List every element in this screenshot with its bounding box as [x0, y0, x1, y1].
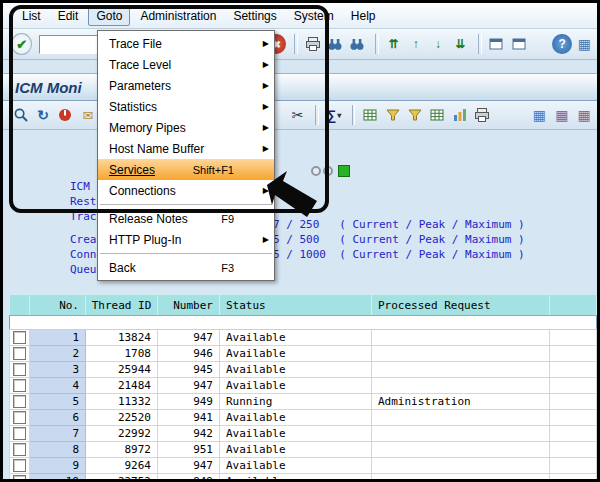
find-icon[interactable] — [326, 34, 345, 54]
message-icon[interactable]: ✉ — [78, 105, 97, 125]
menubar-item-system[interactable]: System — [287, 7, 341, 25]
menu-item-label: Trace Level — [109, 58, 171, 72]
cell-status: Available — [220, 442, 372, 458]
new-session-icon[interactable] — [487, 34, 506, 54]
cell-number: 949 — [158, 394, 220, 410]
cell-status: Available — [220, 378, 372, 394]
table-view-icon[interactable] — [428, 105, 447, 125]
header-processed-request[interactable]: Processed Request — [372, 295, 550, 316]
cut-icon[interactable]: ✂ — [288, 105, 307, 125]
cell-number: 951 — [158, 442, 220, 458]
header-thread-id[interactable]: Thread ID — [86, 295, 158, 316]
grid-settings-icon[interactable]: ▦ — [575, 105, 594, 125]
titlebar: ICM Moni — [3, 73, 597, 101]
row-checkbox[interactable] — [13, 363, 26, 376]
menubar-item-goto[interactable]: Goto — [88, 6, 130, 26]
cell-no: 4 — [30, 378, 86, 394]
status-value: 5 / 500 ( Current / Peak / Maximum ) — [273, 232, 525, 247]
previous-page-icon[interactable]: ↑ — [406, 34, 425, 54]
sum-icon[interactable]: ∑▾ — [324, 105, 343, 125]
page-title: ICM Moni — [15, 79, 82, 96]
layout-menu-icon[interactable]: ▦ — [575, 34, 594, 54]
last-page-icon[interactable]: ⇊ — [451, 34, 470, 54]
menubar-item-list[interactable]: List — [15, 7, 48, 25]
header-status[interactable]: Status — [220, 295, 372, 316]
row-checkbox[interactable] — [13, 411, 26, 424]
export-spreadsheet-icon[interactable] — [360, 105, 379, 125]
print-icon[interactable] — [303, 34, 322, 54]
row-select-cell — [10, 426, 30, 442]
header-filler — [550, 295, 597, 316]
cell-request — [372, 330, 550, 346]
cell-status: Available — [220, 346, 372, 362]
cell-number: 946 — [158, 346, 220, 362]
row-checkbox[interactable] — [13, 443, 26, 456]
menu-item-trace-file[interactable]: Trace File▶ — [98, 33, 274, 54]
cell-no: 7 — [30, 426, 86, 442]
menu-item-shortcut: F3 — [221, 262, 258, 274]
menu-item-statistics[interactable]: Statistics▶ — [98, 96, 274, 117]
menu-item-label: HTTP Plug-In — [109, 233, 181, 247]
row-checkbox[interactable] — [13, 331, 26, 344]
row-checkbox[interactable] — [13, 459, 26, 472]
print-preview-icon[interactable] — [472, 105, 491, 125]
cell-status: Running — [220, 394, 372, 410]
cell-no: 5 — [30, 394, 86, 410]
submenu-arrow-icon: ▶ — [263, 123, 269, 133]
help-icon[interactable]: ? — [552, 34, 571, 54]
spacer-strip — [3, 60, 597, 73]
menu-item-host-name-buffer[interactable]: Host Name Buffer▶ — [98, 138, 274, 159]
cell-no: 3 — [30, 362, 86, 378]
row-checkbox[interactable] — [13, 427, 26, 440]
thread-table: No. Thread ID Number Status Processed Re… — [9, 294, 597, 482]
row-checkbox[interactable] — [13, 475, 26, 482]
menu-item-memory-pipes[interactable]: Memory Pipes▶ — [98, 117, 274, 138]
table-row: 113824947Available — [10, 330, 597, 346]
search-icon[interactable] — [11, 105, 30, 125]
filter-settings-icon[interactable] — [405, 105, 424, 125]
find-next-icon[interactable] — [348, 34, 367, 54]
menu-item-release-notes[interactable]: Release NotesF9 — [98, 208, 274, 229]
grid-columns-icon[interactable]: ▦ — [552, 105, 571, 125]
chart-icon[interactable] — [450, 105, 469, 125]
refresh-icon[interactable]: ↻ — [33, 105, 52, 125]
row-checkbox[interactable] — [13, 347, 26, 360]
submenu-arrow-icon: ▶ — [263, 39, 269, 49]
next-page-icon[interactable]: ↓ — [428, 34, 447, 54]
cell-no: 6 — [30, 410, 86, 426]
cell-number: 945 — [158, 362, 220, 378]
menu-item-parameters[interactable]: Parameters▶ — [98, 75, 274, 96]
cell-filler — [550, 410, 597, 426]
content-area: ICM Status: Restart After Trace Level Cr… — [3, 130, 597, 482]
menu-item-http-plug-in[interactable]: HTTP Plug-In▶ — [98, 229, 274, 250]
dropdown-arrow-icon: ▾ — [337, 111, 341, 120]
cell-thread-id: 22752 — [86, 474, 158, 482]
shutdown-icon[interactable] — [56, 105, 75, 125]
menubar-item-help[interactable]: Help — [344, 7, 383, 25]
shortcut-icon[interactable] — [509, 34, 528, 54]
filter-icon[interactable] — [383, 105, 402, 125]
menu-item-trace-level[interactable]: Trace Level▶ — [98, 54, 274, 75]
menu-item-label: Services — [109, 163, 155, 177]
sap-window: List Edit Goto Administration Settings S… — [0, 0, 600, 482]
cell-thread-id: 22520 — [86, 410, 158, 426]
row-checkbox[interactable] — [13, 379, 26, 392]
menu-item-services[interactable]: ServicesShift+F1 — [98, 159, 274, 180]
menubar-item-settings[interactable]: Settings — [226, 7, 283, 25]
toolbar-spacer — [495, 115, 530, 116]
first-page-icon[interactable]: ⇈ — [384, 34, 403, 54]
header-number[interactable]: Number — [158, 295, 220, 316]
menubar-item-edit[interactable]: Edit — [51, 7, 86, 25]
cell-no: 1 — [30, 330, 86, 346]
toolbar-divider — [294, 34, 298, 54]
menubar-item-administration[interactable]: Administration — [133, 7, 223, 25]
grid-view-icon[interactable]: ▦ — [530, 105, 549, 125]
menu-item-back[interactable]: BackF3 — [98, 257, 274, 278]
status-green-icon — [338, 165, 350, 177]
menu-item-label: Trace File — [109, 37, 162, 51]
cell-request — [372, 426, 550, 442]
enter-icon[interactable]: ✔ — [11, 33, 32, 55]
row-checkbox[interactable] — [13, 395, 26, 408]
cell-filler — [550, 426, 597, 442]
menu-item-connections[interactable]: Connections▶ — [98, 180, 274, 201]
